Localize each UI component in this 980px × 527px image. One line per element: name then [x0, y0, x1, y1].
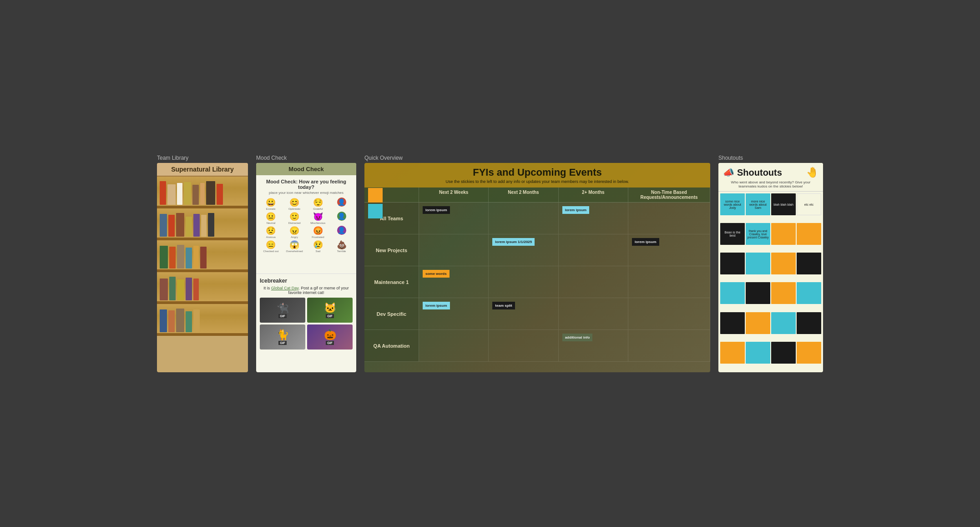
cell-newprojects-2plus: [559, 234, 628, 266]
shoutout-sticky[interactable]: [771, 312, 796, 334]
sticky-lorem1: lorem ipsum: [423, 206, 450, 214]
shelf-4: [157, 272, 248, 304]
cell-allteams-2w: lorem ipsum: [419, 203, 489, 234]
cell-qa-2plus: additional info: [559, 330, 628, 361]
book: [177, 183, 182, 205]
team-library-panel: Supernatural Library: [157, 163, 248, 372]
gif-label: GIF: [326, 341, 334, 345]
book: [186, 248, 192, 269]
shoutout-sticky[interactable]: some nice words about Jody: [720, 193, 745, 215]
shoutout-sticky[interactable]: [797, 282, 821, 304]
shoutouts-description: Who went above and beyond recently? Give…: [718, 180, 823, 192]
col-header-2weeks: Next 2 Weeks: [419, 187, 489, 202]
sticky-orange-left: [368, 188, 383, 203]
fyi-row-maintenance: Maintenance 1 some words: [364, 266, 710, 298]
emoji-icon: 😐: [266, 212, 276, 222]
gif-cat2: 🐱 GIF: [307, 298, 353, 323]
emoji-happy: 😀Ecstatic: [260, 198, 282, 210]
book: [201, 215, 207, 237]
shoutout-sticky[interactable]: [797, 312, 821, 334]
book: [208, 213, 214, 237]
shoutout-sticky[interactable]: [771, 342, 796, 364]
book: [186, 311, 192, 332]
emoji-icon: 😊: [289, 198, 299, 208]
fyi-row-newprojects: New Projects lorem ipsum 1/1/2025 lorem …: [364, 234, 710, 266]
emoji-worried: 😟Anxious: [260, 226, 282, 238]
shoutout-sticky[interactable]: more nice words about Sam: [746, 193, 770, 215]
fyi-title: FYIs and Upcoming Events: [370, 167, 705, 178]
shoutout-sticky[interactable]: [746, 282, 770, 304]
gif-cat4: 🎃 GIF: [307, 324, 353, 350]
row-label-devspecific: Dev Specific: [364, 298, 419, 329]
emoji-label: Angry: [291, 236, 298, 238]
book: [193, 279, 199, 300]
sticky-somewords: some words: [423, 270, 450, 278]
shoutout-sticky[interactable]: [720, 342, 745, 364]
cell-newprojects-2w: [419, 234, 489, 266]
cell-newprojects-nt: lorem ipsum: [628, 234, 710, 266]
global-cat-day-link[interactable]: Global Cat Day: [271, 286, 298, 290]
gif-label: GIF: [278, 314, 287, 318]
shoutouts-hand-icon: 🤚: [806, 167, 818, 178]
fyi-content: FYIs and Upcoming Events Use the stickie…: [364, 163, 710, 372]
book: [167, 184, 176, 205]
shoutout-sticky[interactable]: [771, 253, 796, 274]
book: [160, 309, 167, 332]
emoji-icon: 🙂: [289, 212, 299, 222]
gif-grid: 🐈‍⬛ GIF 🐱 GIF 🐈 GIF: [260, 298, 353, 350]
user-avatar-icon: 👤: [337, 226, 346, 235]
emoji-content: 😊Optimistic: [283, 198, 306, 210]
shoutout-sticky[interactable]: [720, 253, 745, 274]
book: [160, 181, 166, 205]
emoji-icon: 😑: [266, 240, 276, 250]
shoutout-sticky[interactable]: [720, 282, 745, 304]
shoutout-sticky[interactable]: [720, 312, 745, 334]
book: [160, 246, 168, 269]
shoutout-sticky[interactable]: [771, 282, 796, 304]
col-header-2months: Next 2 Months: [489, 187, 558, 202]
shoutout-sticky[interactable]: [746, 253, 770, 274]
book: [177, 245, 184, 269]
mood-check-panel: Mood Check Mood Check: How are you feeli…: [256, 163, 356, 372]
shoutout-sticky[interactable]: etc etc: [797, 193, 821, 215]
sticky-lorem4: lorem ipsum: [632, 238, 659, 246]
sticky-lorem2: lorem ipsum: [562, 206, 590, 214]
book: [177, 279, 184, 300]
shoutout-sticky[interactable]: [771, 223, 796, 245]
shoutout-sticky[interactable]: thank you and Crawley, love present Craw…: [746, 223, 770, 245]
shelf-3: [157, 240, 248, 272]
gif-label: GIF: [278, 341, 287, 345]
book: [168, 215, 175, 237]
shoutout-sticky[interactable]: [797, 253, 821, 274]
book: [193, 246, 199, 269]
sticky-teamsplit: team split: [492, 302, 515, 309]
emoji-label: Overwhelmed: [286, 250, 303, 253]
gif-cat3: 🐈 GIF: [260, 324, 305, 350]
emoji-label: Terrible: [337, 250, 346, 253]
shoutout-sticky[interactable]: [746, 342, 770, 364]
shoutout-sticky[interactable]: Bean is the best: [720, 223, 745, 245]
emoji-label: Distracted: [288, 222, 301, 224]
cell-allteams-nt: [628, 203, 710, 234]
fyi-header: FYIs and Upcoming Events Use the stickie…: [364, 163, 710, 187]
cell-devspecific-nt: [628, 298, 710, 329]
shelf-1: [157, 177, 248, 208]
fyi-row-qaautomation: QA Automation additional info: [364, 330, 710, 362]
shoutouts-container: Shoutouts 📣 Shoutouts 🤚 Who went above a…: [718, 155, 823, 372]
book: [160, 214, 167, 237]
emoji-icon: 😢: [313, 240, 323, 250]
cell-allteams-2plus: lorem ipsum: [559, 203, 628, 234]
shoutout-sticky[interactable]: blah blah blah: [771, 193, 796, 215]
book: [193, 309, 200, 332]
col-header-2plus: 2+ Months: [559, 187, 628, 202]
shoutout-sticky[interactable]: [797, 223, 821, 245]
cell-qa-2m: [489, 330, 558, 361]
cell-devspecific-2plus: [559, 298, 628, 329]
shoutout-sticky[interactable]: [746, 312, 770, 334]
emoji-label: Ecstatic: [266, 208, 276, 210]
shoutout-sticky[interactable]: [797, 342, 821, 364]
emoji-label: Sad: [316, 250, 321, 253]
cell-devspecific-2m: team split: [489, 298, 558, 329]
mood-section: Mood Check: How are you feeling today? p…: [256, 175, 356, 274]
emoji-label: Optimistic: [288, 208, 300, 210]
